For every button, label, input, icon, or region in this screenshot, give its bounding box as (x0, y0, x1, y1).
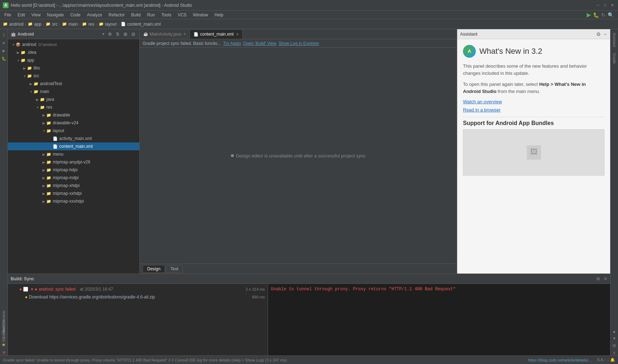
tab-close-mainactivity[interactable]: ✕ (183, 32, 186, 36)
expand-icon-drawv24: ▶ (41, 121, 46, 125)
build-panel: Build: Sync ⚙ ✕ ● ▾ ● andriod: sync fail… (8, 274, 610, 355)
settings-icon[interactable]: ⚙ (107, 31, 113, 37)
folder-icon-drawable: 📁 (46, 113, 51, 118)
warn-icon-1: ● (25, 295, 27, 300)
tree-item-content-main[interactable]: 📄 content_main.xml (8, 142, 139, 150)
project-tool-icon[interactable]: 1 (1, 32, 7, 38)
build-item-0[interactable]: ● ▾ ● andriod: sync failed at 2020/3/1 1… (8, 285, 268, 293)
grid-icon[interactable]: ⊞ (612, 343, 617, 348)
debug-button[interactable]: 🐛 (593, 12, 599, 18)
breadcrumb-layout[interactable]: layout (105, 22, 117, 27)
tree-item-drawable[interactable]: ▶ 📁 drawable (8, 111, 139, 119)
close-button[interactable]: ✕ (609, 2, 615, 8)
menu-view[interactable]: View (29, 12, 43, 18)
menu-tools[interactable]: Tools (159, 12, 174, 18)
run-tool-icon[interactable]: ▶ (1, 48, 7, 53)
assistant-header: Assistant ⚙ − (457, 29, 610, 39)
tree-item-src[interactable]: ▾ 📁 src (8, 72, 139, 80)
center-col: 🤖 Android ▼ ⚙ ⇅ ⊞ ⊟ ▾ (8, 29, 610, 355)
menu-analyze[interactable]: Analyze (84, 12, 105, 18)
build-timing-1: 690 ms (252, 295, 265, 299)
search-everywhere[interactable]: 🔍 (608, 12, 614, 18)
tree-item-menu[interactable]: ▶ 📁 menu (8, 150, 139, 158)
debug-tool-icon[interactable]: 🐛 (1, 56, 7, 61)
minimize-button[interactable]: ─ (595, 2, 601, 8)
watch-overview-link[interactable]: Watch an overview (463, 99, 604, 104)
status-link[interactable]: https://blog.csdn.net/article/details/..… (528, 358, 591, 362)
breadcrumb-main[interactable]: main (68, 22, 78, 27)
breadcrumb-res[interactable]: res (88, 22, 94, 27)
tree-item-layout[interactable]: ▾ 📁 layout (8, 127, 139, 135)
structure-label[interactable]: 7: Structure (2, 326, 6, 348)
structure-label-icon[interactable]: 7: Structure (1, 334, 7, 340)
menu-file[interactable]: File (1, 12, 14, 18)
tree-item-mipmap-mdpi[interactable]: ▶ 📁 mipmap-mdpi (8, 174, 139, 182)
sync-icon[interactable]: ⇅ (114, 31, 121, 37)
menu-run[interactable]: Run (144, 12, 158, 18)
maximize-button[interactable]: □ (602, 2, 608, 8)
tab-close-content[interactable]: ✕ (236, 32, 239, 36)
assistant-side-label[interactable]: Assistant (612, 31, 616, 50)
favorites-icon[interactable]: ★ (1, 40, 7, 46)
text-tab[interactable]: Text (166, 265, 183, 273)
xml-icon-am: 📄 (53, 136, 58, 141)
tree-item-drawablev24[interactable]: ▶ 📁 drawable-v24 (8, 119, 139, 127)
tab-mainactivity[interactable]: ☕ MainActivity.java ✕ (140, 29, 190, 39)
collapse-all-icon[interactable]: ⊟ (130, 31, 137, 37)
build-close-icon[interactable]: ✕ (604, 276, 607, 281)
breadcrumb-src[interactable]: src (52, 22, 58, 27)
assistant-minimize-icon[interactable]: − (603, 31, 607, 38)
try-again-link[interactable]: Try Again (223, 41, 241, 46)
menu-code[interactable]: Code (67, 12, 83, 18)
menu-navigate[interactable]: Navigate (44, 12, 67, 18)
folder-icon-xxxhdpi: 📁 (46, 199, 51, 204)
run-button[interactable]: ▶ (587, 11, 591, 18)
breadcrumb-file[interactable]: content_main.xml (127, 22, 161, 27)
menu-window[interactable]: Window (190, 12, 211, 18)
status-bar: Gradle sync failed: Unable to tunnel thr… (0, 355, 618, 364)
tree-item-androidtest[interactable]: ▶ 📁 androidTest (8, 80, 139, 88)
tree-item-main[interactable]: ▾ 📁 main (8, 88, 139, 95)
breadcrumb-app[interactable]: app (34, 22, 41, 27)
gradle-side-label[interactable]: Gradle (612, 51, 616, 66)
tree-item-mipmap-xxhdpi[interactable]: ▶ 📁 mipmap-xxhdpi (8, 189, 139, 197)
up-arrow-icon[interactable]: ▲ (612, 328, 617, 334)
tree-item-mipmap-any[interactable]: ▶ 📁 mipmap-anydpi-v26 (8, 158, 139, 166)
build-settings-icon[interactable]: ⚙ (596, 276, 600, 281)
design-tab[interactable]: Design (143, 265, 165, 273)
expand-all-icon[interactable]: ⊞ (122, 31, 129, 37)
build-item-1[interactable]: ● Download https://services.gradle.org/d… (8, 293, 268, 301)
tree-item-libs[interactable]: ▶ 📁 libs (8, 64, 139, 72)
build-checkbox[interactable] (23, 287, 28, 292)
tab-content-main[interactable]: 📄 content_main.xml ✕ (190, 29, 242, 39)
menu-help[interactable]: Help (212, 12, 226, 18)
close-left-icon[interactable]: ✕ (1, 350, 7, 355)
expand-icon-res: ▾ (35, 105, 40, 109)
tree-item-activity-main[interactable]: 📄 activity_main.xml (8, 135, 139, 142)
assistant-settings-icon[interactable]: ⚙ (596, 31, 602, 38)
unavailable-text: Design editor is unavailable until after… (236, 153, 366, 158)
menu-refactor[interactable]: Refactor (106, 12, 128, 18)
menu-vcs[interactable]: VCS (175, 12, 190, 18)
menu-build[interactable]: Build (128, 12, 144, 18)
breadcrumb-andriod[interactable]: andriod (9, 22, 24, 27)
tree-item-res[interactable]: ▾ 📁 res (8, 103, 139, 111)
tree-item-mipmap-xxxhdpi[interactable]: ▶ 📁 mipmap-xxxhdpi (8, 197, 139, 205)
menu-edit[interactable]: Edit (15, 12, 28, 18)
read-in-browser-link[interactable]: Read in a browser (463, 107, 604, 113)
show-log-link[interactable]: Show Log in Explorer (278, 41, 319, 46)
folder-icon-java: 📁 (40, 97, 45, 102)
sync-button[interactable]: ↻ (601, 12, 606, 18)
tree-item-mipmap-xhdpi[interactable]: ▶ 📁 mipmap-xhdpi (8, 182, 139, 189)
dropdown-arrow[interactable]: ▼ (102, 32, 105, 36)
tree-item-idea[interactable]: ▶ 📁 .idea (8, 48, 139, 56)
editor-assistant-area: 🤖 Android ▼ ⚙ ⇅ ⊞ ⊟ ▾ (8, 29, 610, 274)
tree-item-app[interactable]: ▾ 📁 app (8, 56, 139, 64)
tree-item-java[interactable]: ▶ 📁 java (8, 95, 139, 103)
hamburger-icon[interactable]: ≡ (612, 350, 617, 355)
open-build-view-link[interactable]: Open 'Build' View (243, 41, 276, 46)
folder-icon-xxhdpi: 📁 (46, 191, 51, 196)
down-arrow-icon[interactable]: ▼ (612, 336, 617, 341)
tree-item-andriod[interactable]: ▾ 📦 andriod D:\andriod (8, 41, 139, 48)
tree-item-mipmap-hdpi[interactable]: ▶ 📁 mipmap-hdpi (8, 166, 139, 174)
